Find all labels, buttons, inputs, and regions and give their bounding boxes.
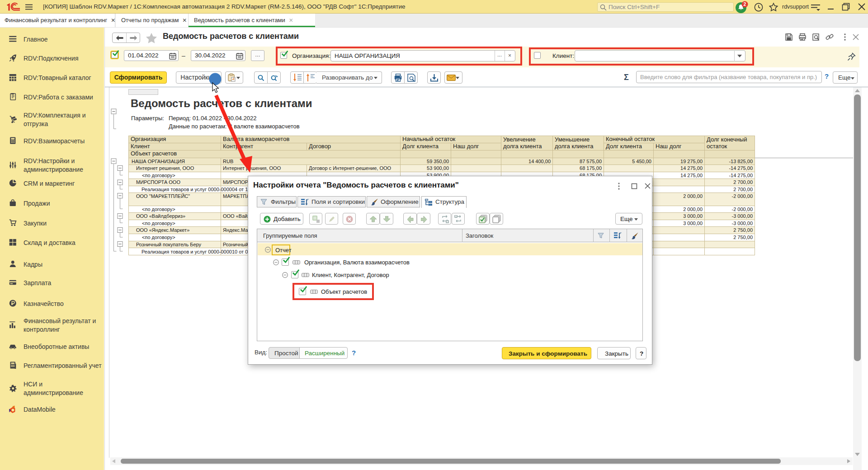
svg-text:2: 2 — [744, 1, 746, 7]
